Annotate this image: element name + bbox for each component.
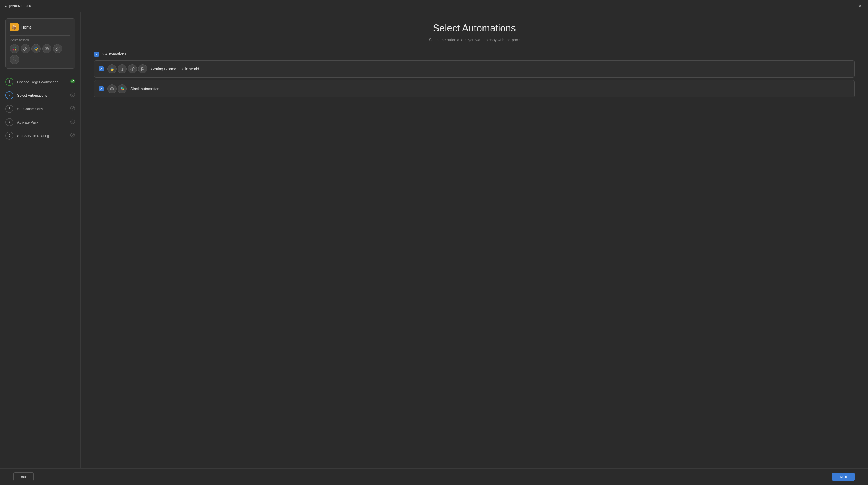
step-3-label: Set Connections	[17, 107, 66, 111]
page-title: Select Automations	[94, 23, 855, 34]
back-button[interactable]: Back	[13, 472, 34, 481]
workspace-icons-row	[10, 44, 70, 64]
step-4-check	[70, 119, 75, 125]
workspace-name: Home	[21, 25, 32, 29]
step-5: 5 Self-Service Sharing	[5, 129, 75, 142]
automation-2-checkbox[interactable]	[99, 86, 103, 91]
svg-point-3	[71, 93, 75, 97]
auto2-icon-eye	[107, 84, 117, 93]
svg-point-2	[71, 80, 75, 84]
automation-1-name: Getting Started - Hello World	[151, 67, 199, 71]
automation-1-icons	[107, 64, 147, 73]
workspace-app-icon-chain	[21, 44, 30, 53]
steps-list: 1 Choose Target Workspace 2 Select Autom…	[5, 75, 75, 142]
workspace-app-icon-flag	[10, 55, 19, 64]
workspace-card: 📦 Home 2 Automations	[5, 18, 75, 69]
step-4-label: Activate Pack	[17, 120, 66, 124]
step-1: 1 Choose Target Workspace	[5, 75, 75, 89]
auto1-icon-chain	[128, 64, 137, 73]
auto1-icon-eye	[118, 64, 127, 73]
step-1-check	[70, 79, 75, 85]
step-3-check	[70, 106, 75, 112]
bottom-bar: Back Next	[0, 468, 868, 485]
step-2: 2 Select Automations	[5, 89, 75, 102]
svg-point-0	[46, 48, 48, 49]
auto2-icon-slack	[118, 84, 127, 93]
right-content: Select Automations Select the automation…	[94, 23, 855, 458]
page-subtitle: Select the automations you want to copy …	[94, 38, 855, 42]
step-3-number: 3	[5, 105, 13, 113]
step-1-label: Choose Target Workspace	[17, 80, 66, 84]
automation-2-icons	[107, 84, 127, 93]
workspace-icon: 📦	[10, 23, 19, 31]
workspace-header: 📦 Home	[10, 23, 70, 31]
dialog-title: Copy/move pack	[5, 4, 31, 8]
auto1-icon-python	[107, 64, 117, 73]
workspace-app-icon-eye	[42, 44, 52, 53]
workspace-app-icon-python	[31, 44, 41, 53]
step-5-check	[70, 133, 75, 139]
close-button[interactable]: ×	[857, 3, 863, 9]
main-layout: 📦 Home 2 Automations	[0, 12, 868, 468]
right-panel: Select Automations Select the automation…	[81, 12, 868, 468]
step-3: 3 Set Connections	[5, 102, 75, 116]
left-panel: 📦 Home 2 Automations	[0, 12, 81, 468]
step-2-label: Select Automations	[17, 93, 66, 97]
workspace-app-icon-slack	[10, 44, 19, 53]
svg-point-5	[71, 120, 75, 124]
svg-point-7	[122, 68, 123, 69]
svg-point-9	[112, 88, 113, 89]
workspace-automations-label: 2 Automations	[10, 35, 70, 41]
next-button[interactable]: Next	[832, 473, 855, 481]
step-2-number: 2	[5, 91, 13, 99]
select-all-checkbox[interactable]	[94, 52, 99, 57]
step-5-label: Self-Service Sharing	[17, 134, 66, 138]
title-bar: Copy/move pack ×	[0, 0, 868, 12]
step-4-number: 4	[5, 118, 13, 126]
svg-point-6	[71, 133, 75, 137]
workspace-app-icon-chain2	[53, 44, 62, 53]
step-1-number: 1	[5, 78, 13, 86]
auto1-icon-flag	[138, 64, 147, 73]
automation-2-name: Slack automation	[130, 87, 159, 91]
svg-point-4	[71, 106, 75, 110]
step-5-number: 5	[5, 131, 13, 140]
step-2-check	[70, 92, 75, 98]
automations-count: 2 Automations	[102, 52, 126, 56]
automations-header: 2 Automations	[94, 52, 855, 57]
step-4: 4 Activate Pack	[5, 116, 75, 129]
automation-row-1: Getting Started - Hello World	[94, 60, 855, 78]
automation-row-2: Slack automation	[94, 80, 855, 97]
automation-1-checkbox[interactable]	[99, 66, 103, 71]
